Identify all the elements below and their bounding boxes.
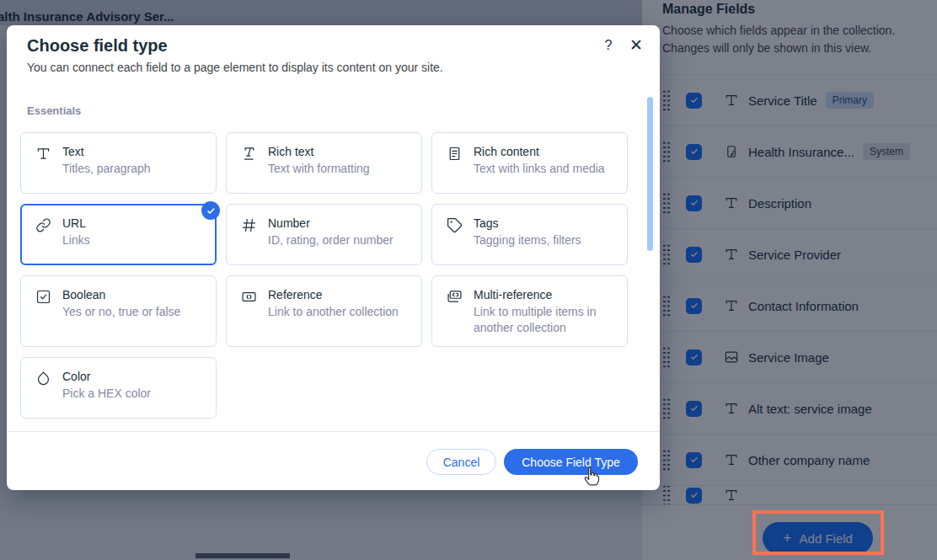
- field-type-card-number[interactable]: NumberID, rating, order number: [226, 204, 422, 265]
- card-text: Rich contentText with links and media: [474, 144, 605, 183]
- close-icon[interactable]: ✕: [624, 33, 648, 56]
- card-subtitle: Tagging items, filters: [474, 232, 581, 248]
- modal-title: Choose field type: [27, 36, 168, 56]
- choose-field-type-button[interactable]: Choose Field Type: [504, 449, 638, 475]
- card-text: BooleanYes or no, true or false: [62, 287, 180, 336]
- card-subtitle: Text with links and media: [474, 161, 605, 177]
- card-title: Multi-reference: [474, 287, 620, 302]
- card-subtitle: ID, rating, order number: [268, 232, 394, 248]
- card-subtitle: Yes or no, true or false: [62, 304, 180, 320]
- card-title: Tags: [474, 216, 581, 231]
- card-title: Number: [268, 216, 394, 231]
- card-title: Text: [62, 144, 151, 159]
- card-title: Rich text: [268, 144, 370, 159]
- field-type-card-url[interactable]: URLLinks: [20, 204, 217, 265]
- essentials-section-label: Essentials: [27, 104, 81, 117]
- card-title: Boolean: [62, 287, 180, 302]
- card-text: Rich textText with formatting: [268, 144, 370, 183]
- card-text: Multi-referenceLink to multiple items in…: [474, 287, 620, 336]
- card-text: TextTitles, paragraph: [62, 144, 151, 183]
- url-icon: [35, 216, 52, 234]
- help-icon[interactable]: ?: [598, 35, 618, 56]
- text-icon: [35, 145, 52, 163]
- reference-icon: [240, 288, 258, 306]
- field-type-card-rich-content[interactable]: Rich contentText with links and media: [431, 132, 628, 194]
- card-subtitle: Titles, paragraph: [62, 161, 151, 177]
- card-text: TagsTagging items, filters: [474, 216, 581, 254]
- card-title: Reference: [268, 287, 399, 302]
- card-subtitle: Link to multiple items in another collec…: [474, 304, 620, 336]
- rich-text-icon: [240, 145, 258, 163]
- field-type-card-boolean[interactable]: BooleanYes or no, true or false: [20, 275, 217, 347]
- add-field-highlight-rect: [752, 510, 884, 555]
- card-title: Color: [62, 369, 151, 384]
- field-type-card-tags[interactable]: TagsTagging items, filters: [431, 204, 628, 265]
- card-text: ReferenceLink to another collection: [268, 287, 399, 336]
- tags-icon: [446, 216, 463, 234]
- color-icon: [35, 370, 52, 387]
- field-type-card-rich-text[interactable]: Rich textText with formatting: [226, 132, 422, 194]
- card-subtitle: Links: [62, 232, 90, 248]
- card-text: NumberID, rating, order number: [268, 216, 394, 254]
- card-subtitle: Text with formatting: [268, 161, 370, 177]
- card-subtitle: Link to another collection: [268, 304, 399, 320]
- card-text: ColorPick a HEX color: [62, 369, 151, 408]
- card-subtitle: Pick a HEX color: [62, 386, 151, 402]
- boolean-icon: [35, 288, 52, 306]
- field-type-card-text[interactable]: TextTitles, paragraph: [20, 132, 217, 194]
- cancel-button[interactable]: Cancel: [426, 449, 496, 475]
- number-icon: [240, 216, 258, 234]
- choose-field-type-modal: Choose field type You can connect each f…: [7, 25, 660, 490]
- card-text: URLLinks: [62, 216, 90, 254]
- field-type-card-color[interactable]: ColorPick a HEX color: [20, 357, 217, 419]
- selected-check-icon: [201, 201, 220, 220]
- modal-footer-divider: [7, 431, 660, 432]
- field-type-card-grid: TextTitles, paragraphRich textText with …: [20, 132, 628, 419]
- rich-content-icon: [446, 145, 463, 163]
- modal-subtitle: You can connect each field to a page ele…: [27, 61, 443, 74]
- field-type-card-reference[interactable]: ReferenceLink to another collection: [226, 275, 422, 347]
- field-type-card-multi-reference[interactable]: Multi-referenceLink to multiple items in…: [431, 275, 628, 347]
- screen: alth Insurance Advisory Ser... Manage Fi…: [0, 0, 937, 560]
- modal-scrollbar-thumb[interactable]: [647, 97, 653, 251]
- card-title: Rich content: [474, 144, 605, 159]
- card-title: URL: [62, 216, 90, 231]
- multi-reference-icon: [446, 288, 463, 306]
